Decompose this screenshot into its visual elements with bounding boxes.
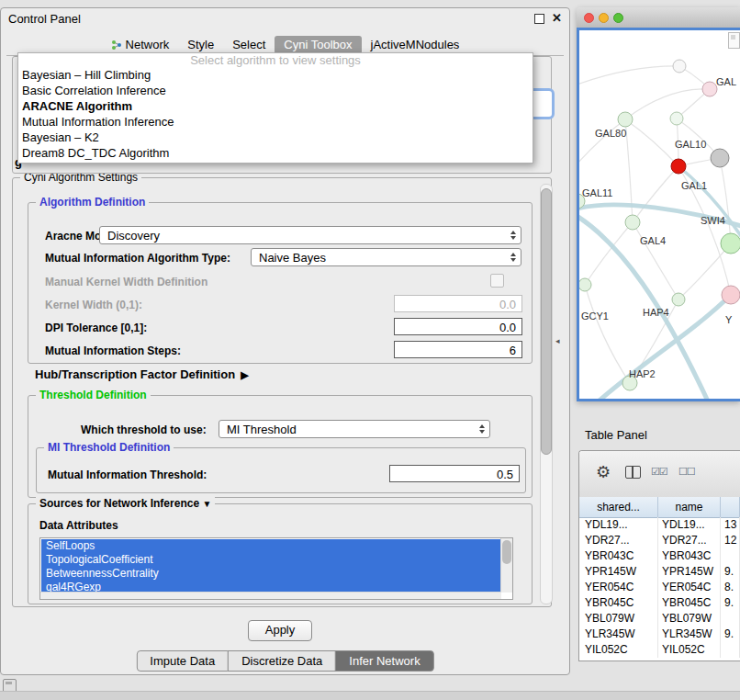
tab-discretize-data[interactable]: Discretize Data: [228, 650, 336, 672]
hub-transcription-label: Hub/Transcription Factor Definition: [35, 367, 235, 381]
float-window-icon[interactable]: [534, 14, 544, 24]
dropdown-item-bayesian-hill-climbing[interactable]: Bayesian – Hill Climbing: [18, 67, 533, 83]
table-row[interactable]: YBR045CYBR045C9.: [579, 595, 740, 611]
table-row[interactable]: YLR345WYLR345W9.: [579, 627, 740, 642]
data-attributes-label: Data Attributes: [39, 519, 118, 532]
settings-scrollbar[interactable]: [540, 184, 553, 604]
tab-network[interactable]: Network: [102, 36, 179, 54]
dropdown-item-dream8[interactable]: Dream8 DC_TDC Algorithm: [18, 145, 533, 161]
tab-jactivemnodules[interactable]: jActiveMNodules: [362, 36, 469, 54]
dropdown-item-bayesian-k2[interactable]: Bayesian – K2: [18, 130, 533, 145]
cell: YLR345W: [658, 627, 721, 642]
dpi-tolerance-field[interactable]: 0.0: [394, 318, 522, 335]
cell: YPR145W: [658, 564, 721, 580]
dropdown-item-mutual-information[interactable]: Mutual Information Inference: [18, 114, 533, 130]
table-row[interactable]: YIL052CYIL052C: [579, 642, 740, 658]
hub-transcription-section-toggle[interactable]: Hub/Transcription Factor Definition▶: [35, 367, 249, 381]
column-header-shared[interactable]: shared...: [579, 497, 658, 517]
table-row[interactable]: YDR27...YDR27...12: [579, 533, 740, 548]
tab-style-label: Style: [187, 38, 214, 51]
mi-algorithm-type-label: Mutual Information Algorithm Type:: [45, 252, 230, 265]
mi-steps-field[interactable]: 6: [394, 341, 522, 358]
network-node-swi4[interactable]: [721, 233, 740, 254]
network-node-gal10[interactable]: [711, 149, 729, 167]
kernel-width-field[interactable]: 0.0: [394, 295, 522, 312]
control-panel-window: Control Panel ✕ Network Style Select Cyn…: [0, 7, 570, 675]
network-node-hap4[interactable]: [672, 293, 685, 306]
tab-style[interactable]: Style: [178, 36, 223, 54]
list-horizontal-scrollbar[interactable]: [40, 592, 501, 599]
cell: 9.: [721, 595, 740, 611]
table-row[interactable]: YPR145WYPR145W9.: [579, 564, 740, 580]
mi-threshold-field[interactable]: 0.5: [389, 465, 520, 482]
column-header-name[interactable]: name: [658, 497, 721, 517]
panel-splitter-arrow-icon[interactable]: ◂: [555, 336, 560, 345]
network-node-gal4[interactable]: [625, 215, 640, 230]
mi-threshold-label: Mutual Information Threshold:: [48, 469, 207, 481]
network-scrollbar-corner[interactable]: [728, 32, 740, 49]
network-node-gal80[interactable]: [618, 112, 633, 127]
network-node-gcy1[interactable]: [579, 278, 591, 291]
data-attributes-list: SelfLoops TopologicalCoefficient Between…: [39, 537, 513, 600]
list-vertical-scrollbar[interactable]: [500, 538, 512, 593]
network-node-label: GAL80: [595, 128, 626, 139]
zoom-button[interactable]: [613, 13, 623, 23]
tab-infer-network[interactable]: Infer Network: [335, 650, 433, 672]
columns-icon[interactable]: [625, 466, 641, 479]
network-node-labels: GAL80 GAL10 GAL11 GAL1 SWI4 GAL4 GCY1 HA…: [581, 76, 736, 379]
network-node[interactable]: [702, 82, 717, 96]
mi-threshold-definition-title: MI Threshold Definition: [44, 441, 174, 454]
dropdown-item-aracne[interactable]: ARACNE Algorithm: [18, 98, 533, 114]
list-item-betweennesscentrality[interactable]: BetweennessCentrality: [41, 567, 501, 581]
minimize-button[interactable]: [599, 13, 609, 23]
dropdown-item-basic-correlation[interactable]: Basic Correlation Inference: [18, 83, 533, 98]
network-node[interactable]: [722, 286, 740, 304]
mi-algorithm-type-combo[interactable]: Naive Bayes: [251, 248, 521, 266]
network-node[interactable]: [673, 60, 686, 73]
which-threshold-combo[interactable]: MI Threshold: [219, 420, 490, 438]
network-node-label: GAL4: [640, 235, 666, 246]
network-node-label: Y: [725, 314, 733, 325]
deselect-all-columns-icon[interactable]: ☐☐: [678, 466, 695, 478]
aracne-mode-combo[interactable]: Discovery: [99, 226, 521, 244]
column-header-extra[interactable]: [721, 497, 740, 517]
mi-steps-label: Mutual Information Steps:: [45, 344, 181, 357]
manual-kernel-width-checkbox[interactable]: [490, 274, 504, 288]
network-canvas[interactable]: GAL80 GAL10 GAL11 GAL1 SWI4 GAL4 GCY1 HA…: [577, 28, 740, 401]
cell: YBR043C: [579, 548, 658, 564]
select-all-columns-icon[interactable]: ☑☑: [651, 466, 667, 478]
cell: 13: [721, 517, 740, 533]
list-item-topologicalcoefficient[interactable]: TopologicalCoefficient: [41, 553, 501, 567]
tab-select[interactable]: Select: [223, 36, 275, 54]
cell: YDL19...: [579, 517, 658, 533]
scrollbar-thumb[interactable]: [502, 540, 511, 564]
algorithm-definition-title: Algorithm Definition: [36, 196, 149, 209]
network-node-gal1[interactable]: [671, 159, 686, 174]
table-row[interactable]: YDL19...YDL19...13: [579, 517, 740, 533]
scrollbar-thumb[interactable]: [541, 188, 552, 455]
apply-button[interactable]: Apply: [248, 620, 312, 641]
algorithm-definition-group: Algorithm Definition Aracne Mode: Discov…: [28, 202, 533, 364]
cell: [721, 642, 740, 658]
list-item-selfloops[interactable]: SelfLoops: [41, 539, 501, 553]
mi-algorithm-type-value: Naive Bayes: [252, 251, 506, 265]
cell: 9.: [721, 627, 740, 642]
network-node[interactable]: [670, 112, 683, 125]
table-row[interactable]: YBL079WYBL079W: [579, 611, 740, 627]
sources-section-toggle[interactable]: Sources for Network Inference ▼: [36, 497, 215, 510]
table-row[interactable]: YBR043CYBR043C: [579, 548, 740, 564]
tab-impute-data[interactable]: Impute Data: [136, 650, 229, 672]
cyni-algorithm-settings-group: Cyni Algorithm Settings Algorithm Defini…: [12, 177, 552, 607]
network-node-label: GAL11: [582, 187, 612, 198]
gear-icon[interactable]: ⚙: [596, 462, 611, 482]
table-body: YDL19...YDL19...13 YDR27...YDR27...12 YB…: [579, 517, 740, 660]
combo-arrows-icon: [506, 253, 521, 262]
cell: YIL052C: [579, 642, 658, 658]
close-button[interactable]: [584, 13, 594, 23]
network-node-label: GAL: [716, 76, 736, 87]
mi-threshold-definition-group: MI Threshold Definition Mutual Informati…: [36, 447, 526, 493]
tab-cyni-toolbox[interactable]: Cyni Toolbox: [275, 36, 361, 54]
table-row[interactable]: YER054CYER054C8.: [579, 580, 740, 595]
cell: YPR145W: [579, 564, 658, 580]
close-icon[interactable]: ✕: [552, 11, 562, 25]
